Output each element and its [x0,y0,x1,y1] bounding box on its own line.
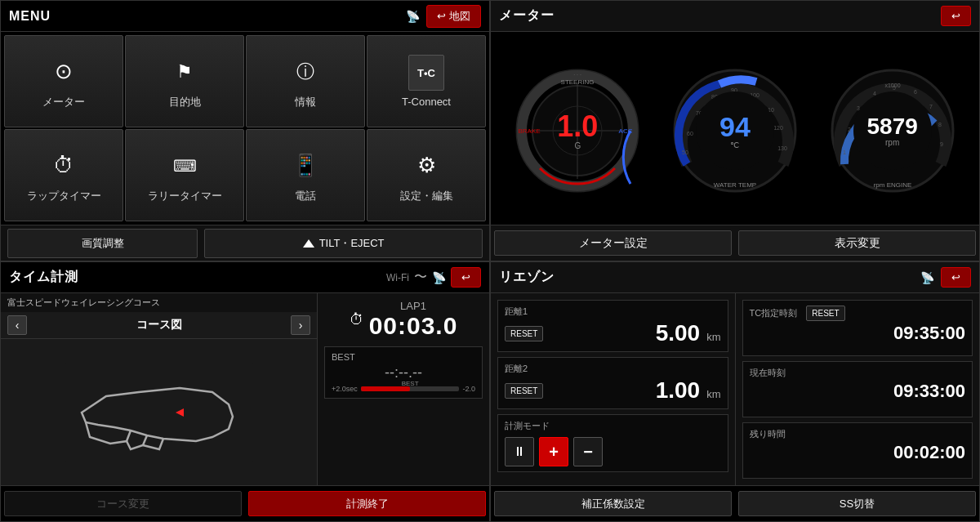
svg-text:60: 60 [687,131,693,136]
tc-time-label: TC指定時刻 RESET [750,306,966,321]
lap-times-area: ⏱ LAP1 00:03.0 BEST --:--.-- +2.0sec BES… [318,293,489,485]
meter-back-button[interactable]: ↩ [941,6,971,26]
meter-title: メーター [499,7,555,25]
tilt-eject-button[interactable]: TILT・EJECT [204,229,483,258]
current-time-value: 09:33:00 [750,381,966,402]
menu-label-meter: メーター [42,95,85,109]
water-temp-gauge: 50 60 70 80 90 100 110 120 130 WATER TEM… [670,66,800,195]
map-display [1,339,317,485]
course-prev-button[interactable]: ‹ [7,315,27,335]
tc-reset-button[interactable]: RESET [806,306,844,321]
svg-text:ACC: ACC [619,127,633,135]
menu-item-rally-timer[interactable]: ⌨ ラリータイマー [125,129,244,221]
menu-label-settings: 設定・編集 [400,189,453,203]
signal-wave-icon: 〜 [414,269,427,286]
riezon-right: TC指定時刻 RESET 09:35:00 現在時刻 09:33:00 残り時間… [736,293,980,485]
menu-item-destination[interactable]: ⚑ 目的地 [125,35,244,127]
lap-header: タイム計測 Wi-Fi 〜 📡 ↩ [1,262,489,293]
end-measurement-button[interactable]: 計測終了 [248,491,486,516]
progress-right-label: -2.0 [462,385,475,393]
minus-icon: − [583,443,593,462]
lap-time-main: 00:03.0 [369,312,458,340]
svg-text:STEERING: STEERING [561,78,595,86]
meter-icon: ⊙ [46,54,82,90]
rally-timer-icon: ⌨ [167,148,203,184]
lap-number-row: ⏱ LAP1 00:03.0 [324,300,483,340]
svg-text:8: 8 [938,122,942,127]
progress-bar-area: +2.0sec BEST -2.0 [332,385,475,393]
minus-button[interactable]: − [573,437,603,466]
lap-content: 富士スピードウェイレーシングコース ‹ コース図 › [1,293,489,485]
meter-panel: メーター ↩ [490,0,980,261]
quality-button[interactable]: 画質調整 [7,229,198,258]
riezon-back-button[interactable]: ↩ [941,267,971,288]
tc-time-row: TC指定時刻 RESET 09:35:00 [742,300,973,356]
progress-left-label: +2.0sec [332,385,358,393]
correction-button[interactable]: 補正係数設定 [494,491,732,516]
remaining-label: 残り時間 [750,428,966,440]
distance2-value-row: RESET 1.00 km [505,377,721,404]
course-next-button[interactable]: › [291,315,310,335]
menu-label-rally-timer: ラリータイマー [148,189,222,203]
menu-label-phone: 電話 [295,189,316,203]
best-label: BEST [332,352,475,362]
menu-title: MENU [9,9,51,24]
lap-signal-icon: 📡 [432,271,446,284]
menu-grid: ⊙ メーター ⚑ 目的地 ⓘ 情報 T•C T-Connect ⏱ ラップタイマ… [1,32,489,225]
remaining-value: 00:02:00 [750,442,966,463]
distance1-unit: km [706,331,720,346]
svg-text:rpm ENGINE: rpm ENGINE [873,181,911,189]
pause-icon: ⏸ [513,444,526,459]
riezon-signal-icon: 📡 [920,271,934,284]
remaining-time-row: 残り時間 00:02:00 [742,422,973,479]
lap-header-right: Wi-Fi 〜 📡 ↩ [386,267,481,288]
ss-switch-button[interactable]: SS切替 [738,491,976,516]
menu-item-settings[interactable]: ⚙ 設定・編集 [367,129,486,221]
lap-back-button[interactable]: ↩ [451,267,481,288]
svg-text:· · ·: · · · [573,72,581,78]
course-label: 富士スピードウェイレーシングコース [1,293,317,312]
plus-button[interactable]: + [539,437,568,466]
menu-label-lap-timer: ラップタイマー [27,189,101,203]
svg-text:WATER TEMP: WATER TEMP [714,181,756,189]
distance2-reset-button[interactable]: RESET [505,383,543,399]
svg-text:120: 120 [773,125,783,131]
g-meter-unit: G [574,141,581,149]
svg-text:x1000: x1000 [884,83,900,88]
course-nav: ‹ コース図 › [1,312,317,339]
riezon-content: 距離1 RESET 5.00 km 距離2 RESET 1.00 km [491,293,979,485]
progress-mid-label: BEST [402,380,419,387]
pause-button[interactable]: ⏸ [505,437,534,466]
wifi-icon: Wi-Fi [386,272,409,283]
distance1-label: 距離1 [505,306,721,318]
distance2-unit: km [706,388,720,404]
meter-settings-button[interactable]: メーター設定 [494,230,732,256]
g-meter-value: 1.0 [557,111,598,141]
svg-text:50: 50 [682,149,688,155]
display-change-button[interactable]: 表示変更 [738,230,976,256]
lap-number-area: LAP1 00:03.0 [369,300,458,340]
map-button[interactable]: ↩ 地図 [426,5,481,28]
mode-controls: ⏸ + − [505,437,721,466]
phone-icon: 📱 [287,148,323,184]
svg-text:1: 1 [843,149,846,155]
mode-label: 計測モード [505,420,721,432]
rpm-gauge: 1 2 3 4 5 6 7 8 9 x1000 rpm ENGINE [828,66,957,195]
rpm-value-area: 5879 rpm [856,114,929,146]
menu-item-meter[interactable]: ⊙ メーター [4,35,123,127]
menu-header: MENU 📡 ↩ 地図 [1,1,489,32]
distance2-value: 1.00 [550,377,700,404]
meter-header: メーター ↩ [491,1,979,32]
svg-text:6: 6 [914,89,917,95]
svg-text:9: 9 [940,141,943,147]
riezon-title: リエゾン [499,269,555,286]
menu-item-phone[interactable]: 📱 電話 [246,129,365,221]
riezon-header-right: 📡 ↩ [920,267,971,288]
menu-item-lap-timer[interactable]: ⏱ ラップタイマー [4,129,123,221]
menu-item-info[interactable]: ⓘ 情報 [246,35,365,127]
distance1-reset-button[interactable]: RESET [505,326,543,341]
course-change-button[interactable]: コース変更 [4,491,242,516]
rpm-value: 5879 [866,114,917,137]
menu-label-info: 情報 [295,95,316,109]
menu-item-tconnect[interactable]: T•C T-Connect [367,35,486,127]
